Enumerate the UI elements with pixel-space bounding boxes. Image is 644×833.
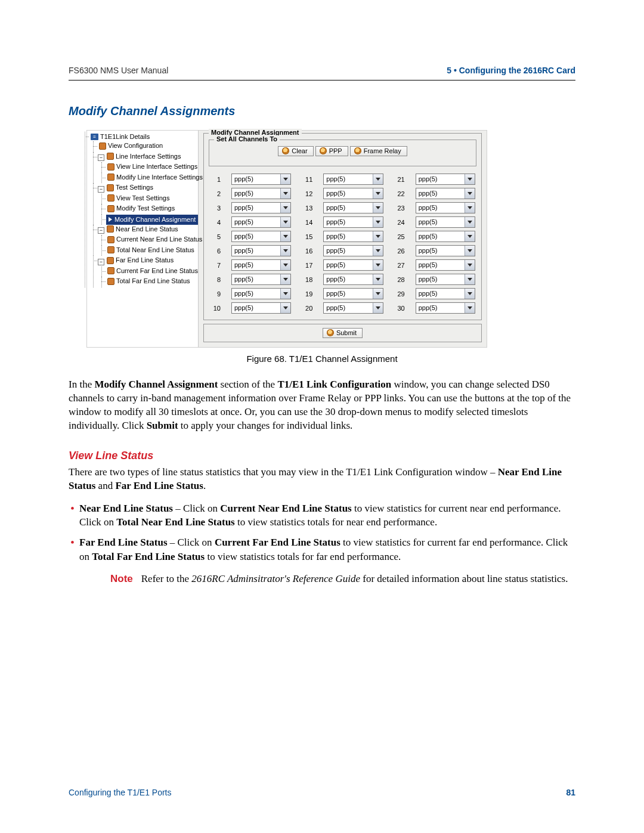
channel-select-14[interactable]: ppp(5) — [323, 216, 383, 228]
header-left: FS6300 NMS User Manual — [69, 66, 168, 75]
tree-label: Total Far End Line Status — [116, 277, 190, 286]
channel-select-18[interactable]: ppp(5) — [323, 274, 383, 285]
channel-value: ppp(5) — [416, 231, 465, 241]
tree-item-mod-chan-active[interactable]: Modify Channel Assignment — [106, 215, 198, 225]
tree-item-line-if[interactable]: Line Interface Settings — [106, 152, 182, 161]
tree-item-far[interactable]: Far End Line Status — [106, 256, 175, 265]
channel-select-1[interactable]: ppp(5) — [231, 174, 291, 185]
channel-select-24[interactable]: ppp(5) — [416, 216, 475, 228]
note-label: Note — [110, 572, 133, 586]
channel-select-20[interactable]: ppp(5) — [323, 302, 383, 314]
form-panel: Modify Channel Assignment Set All Channe… — [199, 131, 487, 347]
channel-select-15[interactable]: ppp(5) — [323, 231, 383, 242]
channel-select-22[interactable]: ppp(5) — [416, 188, 475, 199]
channel-select-23[interactable]: ppp(5) — [416, 202, 475, 213]
gear-icon — [327, 329, 334, 336]
btn-label: PPP — [329, 147, 342, 154]
channel-select-12[interactable]: ppp(5) — [323, 188, 383, 199]
channel-number: 19 — [302, 290, 312, 298]
tree-toggle[interactable]: − — [98, 227, 104, 234]
tree-item-view-config[interactable]: View Configuration — [98, 141, 164, 150]
submit-button[interactable]: Submit — [323, 328, 363, 338]
channel-select-30[interactable]: ppp(5) — [416, 302, 475, 314]
channel-select-6[interactable]: ppp(5) — [231, 245, 291, 256]
channel-number: 6 — [210, 247, 221, 255]
bullet-icon — [107, 278, 114, 285]
footer-left: Configuring the T1/E1 Ports — [69, 788, 172, 797]
tree-item-mod-line-if[interactable]: Modify Line Interface Settings — [106, 173, 204, 182]
channel-number: 3 — [210, 205, 221, 212]
ppp-button[interactable]: PPP — [315, 146, 348, 156]
tree-root[interactable]: ≡T1E1Link Details — [89, 132, 151, 141]
tree-toggle[interactable]: − — [98, 259, 104, 265]
chevron-down-icon — [373, 188, 383, 199]
channel-select-9[interactable]: ppp(5) — [231, 288, 291, 299]
channel-select-16[interactable]: ppp(5) — [323, 245, 383, 256]
channel-value: ppp(5) — [416, 174, 465, 184]
bullet-icon — [107, 257, 114, 264]
note: Note Refer to the 2616RC Adminsitrator's… — [110, 572, 575, 586]
channel-select-5[interactable]: ppp(5) — [231, 231, 291, 242]
channel-select-25[interactable]: ppp(5) — [416, 231, 475, 242]
tree-item-tot-near[interactable]: Total Near End Line Status — [106, 246, 196, 255]
figure-caption: Figure 68. T1/E1 Channel Assignment — [69, 354, 575, 364]
channel-number: 20 — [302, 305, 312, 312]
channel-number: 5 — [210, 233, 221, 240]
paragraph-1: In the Modify Channel Assignment section… — [69, 378, 575, 433]
tree-item-test-settings[interactable]: Test Settings — [106, 183, 154, 192]
channel-select-8[interactable]: ppp(5) — [231, 274, 291, 285]
channel-select-27[interactable]: ppp(5) — [416, 259, 475, 271]
channel-select-13[interactable]: ppp(5) — [323, 202, 383, 213]
legend-inner: Set All Channels To — [214, 135, 280, 143]
tree-item-view-line-if[interactable]: View Line Interface Settings — [106, 162, 199, 171]
chevron-down-icon — [373, 260, 383, 270]
channel-select-4[interactable]: ppp(5) — [231, 216, 291, 228]
channel-select-10[interactable]: ppp(5) — [231, 302, 291, 314]
gear-icon — [320, 147, 327, 154]
channel-value: ppp(5) — [324, 231, 372, 241]
channel-select-3[interactable]: ppp(5) — [231, 202, 291, 213]
frame-relay-button[interactable]: Frame Relay — [350, 146, 407, 156]
tree-label: Current Far End Line Status — [116, 267, 198, 275]
channel-select-2[interactable]: ppp(5) — [231, 188, 291, 199]
chevron-down-icon — [280, 246, 290, 256]
tree-toggle[interactable]: − — [98, 154, 104, 161]
tree-label: Far End Line Status — [116, 256, 174, 265]
channel-select-19[interactable]: ppp(5) — [323, 288, 383, 299]
chevron-down-icon — [373, 246, 383, 256]
channel-select-26[interactable]: ppp(5) — [416, 245, 475, 256]
channel-value: ppp(5) — [324, 174, 372, 184]
channel-value: ppp(5) — [324, 217, 372, 227]
channel-select-17[interactable]: ppp(5) — [323, 259, 383, 271]
channel-value: ppp(5) — [232, 174, 280, 184]
tree-item-view-test[interactable]: View Test Settings — [106, 194, 171, 203]
chevron-down-icon — [280, 303, 290, 313]
tree-item-mod-test[interactable]: Modify Test Settings — [106, 204, 176, 213]
channel-select-7[interactable]: ppp(5) — [231, 259, 291, 271]
chevron-down-icon — [280, 289, 290, 299]
tree-label: Total Near End Line Status — [116, 246, 194, 255]
tree-item-cur-near[interactable]: Current Near End Line Status — [106, 235, 203, 244]
channel-value: ppp(5) — [416, 289, 465, 299]
bullet-icon — [107, 184, 114, 191]
tree-toggle[interactable]: − — [98, 186, 104, 193]
chevron-down-icon — [373, 231, 383, 241]
tree-label: View Line Interface Settings — [116, 162, 197, 171]
channel-value: ppp(5) — [232, 203, 280, 213]
tree-item-near[interactable]: Near End Line Status — [106, 225, 179, 234]
footer-page: 81 — [566, 788, 575, 797]
fieldset-modify-channel: Modify Channel Assignment Set All Channe… — [203, 133, 482, 320]
clear-button[interactable]: Clear — [278, 146, 313, 156]
note-text: Refer to the 2616RC Adminsitrator's Refe… — [141, 572, 568, 586]
tree-item-tot-far[interactable]: Total Far End Line Status — [106, 277, 191, 286]
channel-select-11[interactable]: ppp(5) — [323, 174, 383, 185]
tree-item-cur-far[interactable]: Current Far End Line Status — [106, 267, 199, 275]
channel-select-29[interactable]: ppp(5) — [416, 288, 475, 299]
tree-root-label: T1E1Link Details — [100, 132, 150, 141]
bullet-icon — [107, 236, 114, 243]
channel-select-28[interactable]: ppp(5) — [416, 274, 475, 285]
tree-label: Modify Test Settings — [116, 204, 175, 213]
channel-number: 22 — [394, 190, 405, 197]
channel-value: ppp(5) — [324, 188, 372, 199]
channel-select-21[interactable]: ppp(5) — [416, 174, 475, 185]
